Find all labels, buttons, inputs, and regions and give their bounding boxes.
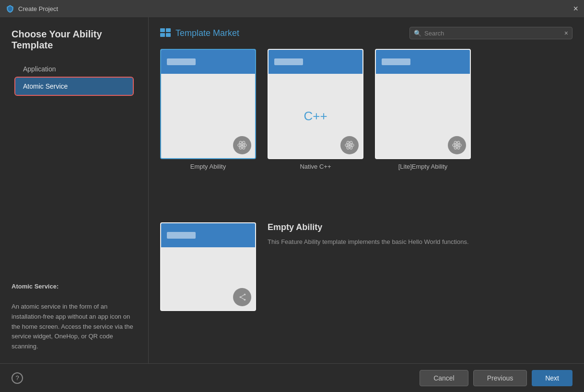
description-body: An atomic service in the form of an inst… — [12, 303, 133, 350]
template-card-footer-cpp — [340, 136, 359, 154]
search-icon: 🔍 — [414, 30, 421, 37]
template-card-header-cpp — [269, 50, 362, 74]
template-badge-e2 — [233, 288, 251, 306]
svg-line-20 — [240, 297, 245, 300]
market-title-row: Template Market — [160, 27, 239, 39]
template-badge-empty — [233, 136, 251, 154]
template-header-bar — [167, 58, 196, 65]
svg-rect-0 — [160, 28, 165, 32]
description-title: Atomic Service: — [12, 283, 58, 290]
template-name-cpp: Native C++ — [300, 163, 331, 170]
dialog-title: Create Project — [18, 5, 58, 12]
template-name-lite: [Lite]Empty Ability — [398, 163, 448, 170]
sidebar-heading: Choose Your Ability Template — [12, 29, 137, 51]
templates-grid: Empty Ability C++ — [160, 49, 572, 354]
template-header-bar-lite — [382, 58, 410, 65]
selected-template-info: Empty Ability This Feature Ability templ… — [268, 222, 471, 354]
template-item-empty-ability[interactable]: Empty Ability — [160, 49, 256, 213]
main-content: Template Market 🔍 × — [149, 17, 584, 363]
search-input[interactable] — [424, 30, 564, 37]
sidebar: Choose Your Ability Template Application… — [0, 17, 149, 363]
sidebar-item-application[interactable]: Application — [12, 60, 137, 78]
template-card-footer-e2 — [233, 288, 251, 306]
template-item-lite-empty[interactable]: [Lite]Empty Ability — [375, 49, 471, 213]
next-button[interactable]: Next — [532, 370, 572, 386]
selected-template-name: Empty Ability — [268, 222, 471, 232]
template-badge-cpp — [340, 136, 359, 154]
svg-rect-2 — [160, 33, 165, 37]
bottom-bar: ? Cancel Previous Next — [0, 363, 584, 392]
svg-point-8 — [348, 144, 351, 147]
selected-template-description: This Feature Ability template implements… — [268, 237, 471, 247]
market-header: Template Market 🔍 × — [160, 27, 572, 39]
template-card-header — [161, 50, 255, 74]
template-name-empty: Empty Ability — [190, 163, 226, 170]
template-badge-lite — [448, 136, 466, 154]
content-area: Choose Your Ability Template Application… — [0, 17, 584, 363]
svg-point-12 — [456, 144, 458, 147]
template-card-empty-ability[interactable] — [160, 49, 256, 159]
sidebar-description: Atomic Service: An atomic service in the… — [0, 270, 148, 363]
bottom-buttons: Cancel Previous Next — [420, 370, 572, 386]
svg-rect-1 — [166, 28, 171, 32]
atomic-badge-icon-lite — [452, 140, 462, 150]
search-clear-button[interactable]: × — [564, 29, 568, 37]
sidebar-item-atomic-service[interactable]: Atomic Service — [15, 78, 133, 95]
template-card-lite-empty[interactable] — [375, 49, 471, 159]
close-button[interactable]: × — [573, 4, 578, 13]
template-card-empty-2[interactable] — [160, 222, 256, 311]
template-card-footer — [233, 136, 251, 154]
title-bar-left: Create Project — [6, 4, 58, 13]
help-button[interactable]: ? — [12, 372, 23, 384]
template-header-bar-cpp — [274, 58, 303, 65]
app-logo-icon — [6, 4, 14, 13]
previous-button[interactable]: Previous — [473, 370, 527, 386]
search-box[interactable]: 🔍 × — [409, 27, 572, 39]
title-bar: Create Project × — [0, 0, 584, 17]
template-item-native-cpp[interactable]: C++ Native C+ — [268, 49, 363, 213]
cancel-button[interactable]: Cancel — [420, 370, 468, 386]
template-market-icon — [160, 27, 171, 39]
svg-point-4 — [241, 144, 244, 147]
atomic-badge-icon-cpp — [344, 140, 355, 150]
svg-line-19 — [240, 295, 245, 298]
template-card-footer-lite — [448, 136, 466, 154]
atomic-badge-icon — [237, 140, 247, 150]
template-card-header-lite — [376, 50, 470, 74]
sidebar-header: Choose Your Ability Template Application… — [0, 17, 148, 103]
template-item-empty-ability-2[interactable] — [160, 222, 256, 354]
market-title: Template Market — [175, 28, 239, 38]
template-card-native-cpp[interactable]: C++ — [268, 49, 363, 159]
create-project-dialog: Create Project × Choose Your Ability Tem… — [0, 0, 584, 392]
share-badge-icon — [237, 292, 247, 302]
template-header-bar-e2 — [167, 232, 196, 239]
svg-rect-3 — [166, 33, 171, 37]
template-card-header-e2 — [161, 223, 255, 247]
